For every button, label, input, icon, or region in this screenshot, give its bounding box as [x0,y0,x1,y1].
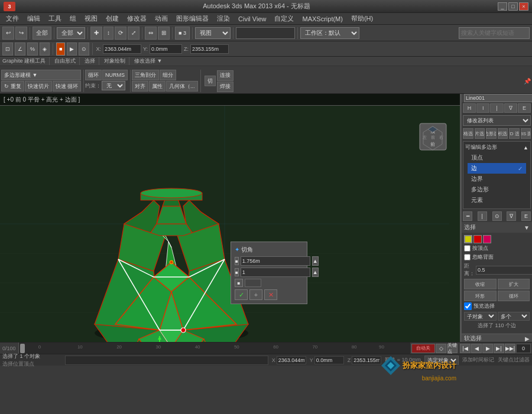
chamfer-cancel-btn[interactable]: ✕ [264,289,277,300]
fast-slice-btn[interactable]: 快速切片 [25,81,52,92]
chamfer-open-toggle[interactable] [245,279,261,287]
redo-btn[interactable]: ↪ [15,27,27,40]
menu-civil[interactable]: Civil View [235,15,270,23]
key-filter-btn[interactable]: 关键点 [447,344,458,353]
geometry-btn[interactable]: 几何体（... [166,81,198,92]
mod-tab-3[interactable]: | [490,103,503,113]
triangulate-btn[interactable]: 三角剖分 [132,70,159,80]
connect-btn[interactable]: 连接 [217,70,233,81]
properties-btn[interactable]: 属性 [149,81,166,92]
selection-filter-dropdown[interactable]: 全部 [57,27,85,39]
menu-custom[interactable]: 自定义 [271,14,297,24]
align-btn2[interactable]: 对齐 [132,81,148,92]
fast-loop-btn[interactable]: 快速 循环 [53,81,82,92]
chamfer-segments-input[interactable] [241,268,310,277]
menu-file[interactable]: 文件 [2,14,22,24]
panel-icon-5[interactable]: E [521,211,531,221]
subobj-element[interactable]: 元素 [468,195,526,206]
chamfer-plus-btn[interactable]: + [249,289,262,300]
ignore-backface-cb[interactable] [464,254,471,260]
weld-btn[interactable]: 焊接 [217,82,233,92]
align-btn[interactable]: ⊞ [158,27,170,40]
spinner-snap-btn[interactable]: ◈ [40,43,50,56]
menu-anim[interactable]: 动画 [151,14,171,24]
render-setup-btn[interactable]: ■ [56,43,65,56]
menu-graph-editor[interactable]: 图形编辑器 [173,14,212,24]
mode-dropdown[interactable]: 选定对象 [424,356,459,365]
timeline-track[interactable]: 0 10 20 30 40 50 60 70 80 90 [19,343,410,354]
cut-btn[interactable]: 切 [205,76,216,86]
by-vertex-cb[interactable] [464,245,471,252]
panel-icon-3[interactable]: ⊙ [492,211,502,221]
chamfer-amount-spin-up[interactable]: ▲ [312,256,319,266]
color-swatch-p[interactable] [483,235,491,243]
active-shade-btn[interactable]: ⊙ [79,43,89,56]
prev-frame-btn[interactable]: ◀ [471,344,482,353]
rotate-tool-btn[interactable]: ⟳ [115,27,126,40]
chamfer-ok-btn[interactable]: ✓ [235,289,248,300]
x-coord-status[interactable] [277,356,306,364]
search-input[interactable] [459,27,530,39]
close-btn[interactable]: × [519,2,528,11]
scale-tool-btn[interactable]: ⤢ [128,27,140,40]
color-swatch-y[interactable] [464,235,472,243]
mod-tab-1[interactable]: H [463,103,476,113]
modifier-list-dropdown[interactable]: 修改器列表 [463,115,531,126]
set-key-btn[interactable]: ◇ [436,344,446,353]
constrain-dropdown[interactable]: 无 [102,81,125,90]
y-coord-status[interactable] [314,356,344,364]
ffd-select-btn[interactable]: FFD 选择 [509,128,520,139]
next-frame-btn[interactable]: ▶| [494,344,504,353]
subdivide-btn[interactable]: 细分 [160,70,176,80]
viewport-header[interactable]: [ +0 前 0 平骨 + 高光 + 边面 ] [0,94,460,106]
x-coord-input[interactable] [103,44,141,54]
subobj-vertex[interactable]: 顶点 [468,152,526,163]
z-coord-input[interactable] [190,44,229,54]
loop-btn[interactable]: 循环 [85,70,102,80]
auto-key-btn[interactable]: 自动关 [411,344,435,353]
preview-dropdown[interactable]: 子对象 [464,312,497,321]
selection-header[interactable]: 选择 ▼ [462,222,532,233]
named-selection-input[interactable] [236,27,295,39]
menu-render[interactable]: 渲染 [213,14,233,24]
expand-btn[interactable]: 扩大 [498,279,530,289]
nav-cube[interactable]: 顶 前 左 右 前 [420,123,446,150]
mirror-btn[interactable]: ⇔ [145,27,157,40]
go-end-btn[interactable]: ▶▶| [505,344,515,353]
angle-snap-btn[interactable]: ∠ [15,43,25,56]
move-tool-btn[interactable]: ↕ [103,27,113,40]
select-tool-btn[interactable]: ✚ [90,27,102,40]
go-start-btn[interactable]: |◀ [460,344,471,353]
timeline-drag-handle[interactable] [20,344,25,353]
toolbar-pin[interactable]: 📌 [524,78,531,84]
menu-edit[interactable]: 编辑 [24,14,44,24]
mesh-select-btn[interactable]: 网格选择 [463,128,473,139]
transform-type-in[interactable]: ■ 3 [175,27,190,40]
volume-select-btn[interactable]: 体积选择 [498,128,508,139]
select-all-btn[interactable]: 全部 [33,27,51,40]
object-name-input[interactable] [464,94,532,102]
color-swatch-r[interactable] [473,235,482,243]
menu-maxscript[interactable]: MAXScript(M) [299,15,346,23]
preview-multi-dropdown[interactable]: 多个 [498,312,530,321]
shrink-btn[interactable]: 收缩 [464,279,497,289]
undo-btn[interactable]: ↩ [2,27,14,40]
preview-sel-cb[interactable] [464,302,472,310]
chamfer-amount-input[interactable] [241,256,310,266]
nurbs-select-btn[interactable]: NURBS 面选择 [521,128,531,139]
workspace-dropdown[interactable]: 工作区：默认 [300,27,359,39]
view-dropdown[interactable]: 视图 [195,27,231,39]
viewport-canvas[interactable]: 顶 前 左 右 前 X Y [0,106,460,342]
panel-icon-1[interactable]: ━ [463,211,472,221]
polygon-modeling-btn[interactable]: 多边形建模 ▼ [1,70,81,80]
minimize-btn[interactable]: _ [498,2,507,11]
frame-input[interactable] [516,344,531,353]
snap-btn[interactable]: ⊡ [2,43,13,56]
menu-modifier[interactable]: 修改器 [124,14,150,24]
chamfer-seg-spin-up[interactable]: ▲ [312,268,319,277]
modify-sel-label[interactable]: 修改选择 ▼ [134,57,162,65]
face-select-btn[interactable]: 面片选择 [475,128,485,139]
maximize-btn[interactable]: □ [508,2,518,11]
menu-view[interactable]: 视图 [81,14,101,24]
mod-tab-5[interactable]: E [518,103,531,113]
